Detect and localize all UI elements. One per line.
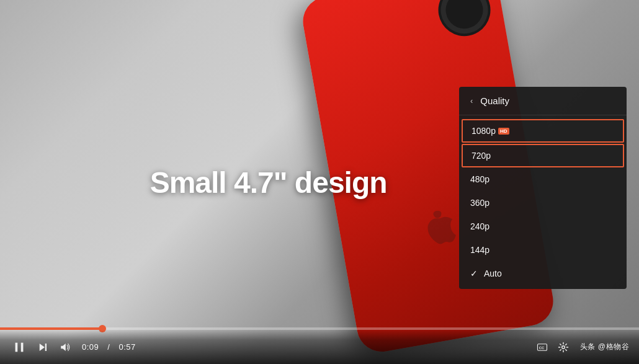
quality-menu-header[interactable]: ‹ Quality [459,87,627,115]
svg-rect-1 [21,342,24,352]
settings-button[interactable] [555,339,571,355]
next-icon [37,342,48,353]
svg-rect-0 [16,342,18,352]
quality-option-144p[interactable]: 144p [459,238,627,262]
quality-option-label: 720p [471,151,491,161]
svg-marker-2 [40,344,45,351]
svg-rect-3 [45,344,47,351]
quality-options-list: 1080p HD 720p 480p 360p 240p 144p [459,115,627,289]
volume-button[interactable] [57,339,73,355]
svg-marker-4 [61,344,66,351]
quality-option-label: Auto [484,269,502,278]
video-player: Small 4.7" design ‹ Quality 1080p HD 720… [0,0,639,364]
quality-option-240p[interactable]: 240p [459,215,627,238]
quality-option-label: 144p [470,245,489,255]
apple-logo-icon [420,208,460,254]
svg-point-7 [562,345,565,348]
quality-option-label: 360p [470,198,489,208]
quality-option-label: 240p [470,221,489,231]
quality-option-1080p[interactable]: 1080p HD [462,119,624,143]
video-main-text: Small 4.7" design [150,165,387,199]
cc-button[interactable]: CC [534,339,550,355]
play-pause-button[interactable] [10,338,29,357]
checkmark-icon: ✓ [470,269,478,278]
quality-menu-title: Quality [480,95,509,106]
quality-menu: ‹ Quality 1080p HD 720p 480p 360p [459,87,627,289]
right-controls: CC 头条 @格物谷 [534,339,629,355]
svg-text:CC: CC [539,346,545,350]
quality-option-label: 480p [470,174,489,184]
quality-option-360p[interactable]: 360p [459,191,627,215]
settings-gear-icon [558,342,569,353]
quality-option-480p[interactable]: 480p [459,167,627,191]
quality-option-label: 1080p [471,126,496,136]
current-time: 0:09 [82,342,99,352]
quality-option-720p[interactable]: 720p [462,144,624,167]
pause-icon [12,340,26,354]
back-arrow-icon[interactable]: ‹ [470,96,473,105]
hd-badge: HD [498,128,509,135]
volume-icon [60,342,71,353]
total-time: 0:57 [118,342,135,352]
next-button[interactable] [35,339,51,355]
watermark: 头条 @格物谷 [580,342,629,352]
quality-option-auto[interactable]: ✓ Auto [459,262,627,285]
controls-bar: 0:09 / 0:57 CC 头条 @格物谷 [0,330,639,364]
cc-icon: CC [537,342,548,353]
time-separator: / [107,342,110,352]
